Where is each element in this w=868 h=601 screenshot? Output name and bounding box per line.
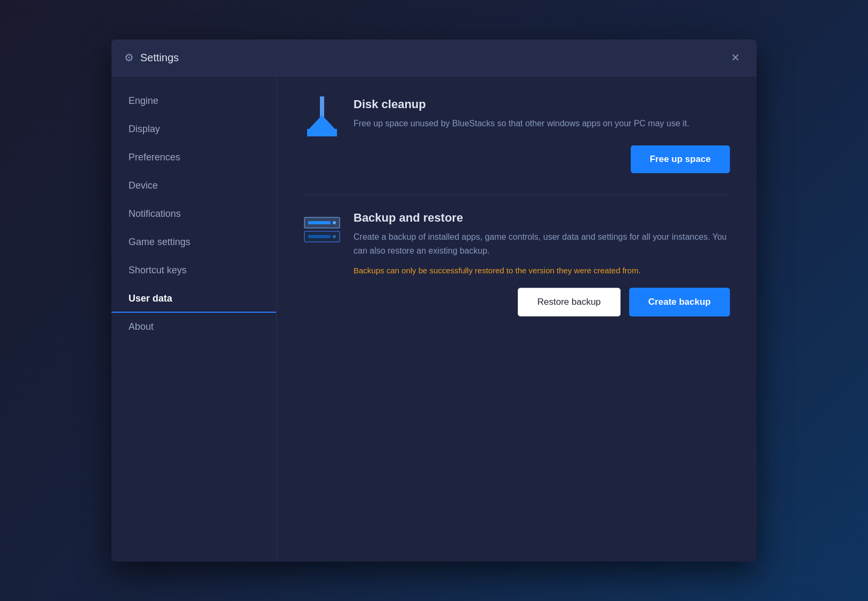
sidebar-item-game-settings[interactable]: Game settings	[111, 228, 276, 256]
disk-cleanup-section: Disk cleanup Free up space unused by Blu…	[303, 98, 730, 173]
sidebar-item-shortcut-keys[interactable]: Shortcut keys	[111, 256, 276, 285]
sidebar-item-display[interactable]: Display	[111, 115, 276, 143]
create-backup-button[interactable]: Create backup	[629, 288, 730, 316]
restore-backup-button[interactable]: Restore backup	[518, 288, 621, 316]
backup-restore-section: Backup and restore Create a backup of in…	[303, 211, 730, 316]
backup-restore-desc: Create a backup of installed apps, game …	[353, 230, 730, 257]
sidebar-item-user-data[interactable]: User data	[111, 285, 276, 313]
sidebar-item-about[interactable]: About	[111, 313, 276, 341]
dialog-title: Settings	[140, 52, 720, 64]
sidebar: Engine Display Preferences Device Notifi…	[111, 76, 277, 562]
backup-restore-icon	[303, 211, 341, 248]
close-button[interactable]: ✕	[727, 49, 744, 66]
free-up-space-button[interactable]: Free up space	[631, 145, 730, 173]
sidebar-item-notifications[interactable]: Notifications	[111, 200, 276, 228]
disk-cleanup-desc: Free up space unused by BlueStacks so th…	[353, 117, 730, 131]
sidebar-item-preferences[interactable]: Preferences	[111, 143, 276, 172]
title-bar: ⚙ Settings ✕	[111, 39, 757, 76]
backup-restore-title: Backup and restore	[353, 211, 730, 225]
settings-icon: ⚙	[124, 51, 134, 64]
sidebar-item-engine[interactable]: Engine	[111, 87, 276, 115]
backup-warning: Backups can only be successfully restore…	[353, 265, 730, 277]
sidebar-item-device[interactable]: Device	[111, 172, 276, 200]
settings-dialog: ⚙ Settings ✕ Engine Display Preferences …	[111, 39, 757, 562]
disk-cleanup-icon	[303, 98, 341, 135]
section-divider	[303, 194, 730, 195]
content-area: Engine Display Preferences Device Notifi…	[111, 76, 757, 562]
disk-cleanup-title: Disk cleanup	[353, 98, 730, 111]
main-content: Disk cleanup Free up space unused by Blu…	[277, 76, 757, 562]
